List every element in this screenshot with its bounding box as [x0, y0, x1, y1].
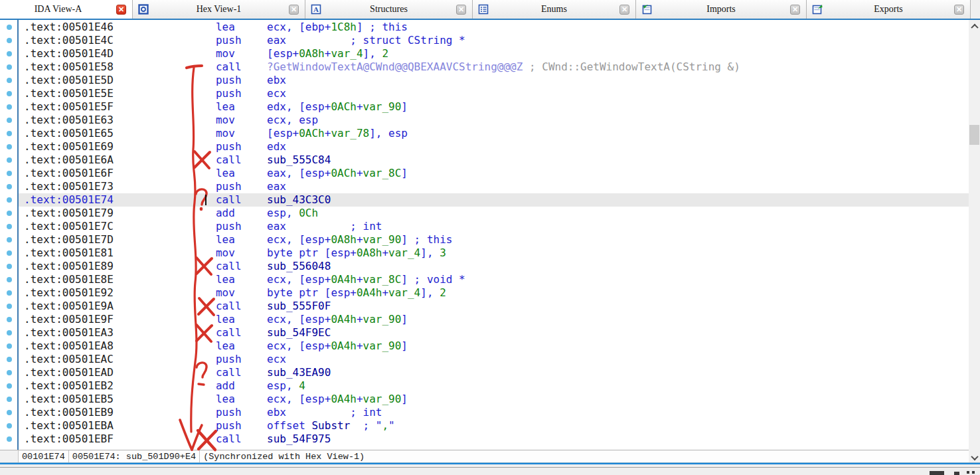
disasm-row[interactable]: .text:00501E69 push edx	[19, 140, 969, 153]
close-icon[interactable]: ✕	[289, 5, 299, 15]
ida-window: IDA View-A ✕ Hex View-1 ✕ A Structures ✕	[0, 0, 980, 475]
vertical-scrollbar[interactable]	[969, 20, 980, 464]
disasm-row[interactable]: .text:00501EAC push ecx	[19, 353, 969, 366]
tab-exports[interactable]: Exports ✕	[807, 0, 971, 19]
instruction-dot-icon	[7, 237, 12, 242]
disasm-address: .text:00501EB9	[24, 406, 114, 419]
disasm-segment-ins: call	[114, 193, 267, 206]
close-icon[interactable]: ✕	[116, 5, 126, 15]
tab-ida-view-a[interactable]: IDA View-A ✕	[0, 0, 133, 19]
disasm-row[interactable]: .text:00501E79 add esp, 0Ch	[19, 207, 969, 220]
disassembly-listing[interactable]: .text:00501E46 lea ecx, [ebp+1C8h] ; thi…	[19, 20, 969, 450]
scroll-up-button[interactable]	[969, 20, 980, 33]
disasm-row[interactable]: .text:00501E6F lea eax, [esp+0ACh+var_8C…	[19, 167, 969, 180]
instruction-dot-icon	[7, 184, 12, 189]
disasm-segment-ins: ecx, [esp+	[267, 339, 331, 352]
disasm-segment-num: var_90	[363, 313, 402, 326]
disasm-segment-name: sub_555F0F	[267, 300, 331, 312]
disasm-segment-ins: eax, [esp+	[267, 167, 331, 179]
disasm-segment-cmt: ; int	[286, 406, 382, 419]
instruction-dot-icon	[7, 370, 12, 375]
tab-structures[interactable]: A Structures ✕	[305, 0, 473, 19]
tab-label: Structures	[321, 4, 456, 15]
disasm-segment-ins: mov	[114, 114, 267, 126]
disasm-row[interactable]: .text:00501E46 lea ecx, [ebp+1C8h] ; thi…	[19, 21, 969, 34]
disasm-segment-ins: call	[114, 153, 267, 166]
disasm-segment-ins: ]	[401, 313, 408, 326]
disasm-segment-imp: ?GetWindowTextA@CWnd@@QBEXAAVCString@@@Z	[267, 60, 523, 73]
disasm-address: .text:00501E8E	[24, 273, 114, 286]
disasm-row[interactable]: .text:00501EAD call sub_43EA90	[19, 366, 969, 379]
disasm-segment-num: 0ACh	[299, 127, 325, 140]
disasm-row[interactable]: .text:00501EBF call sub_54F975	[19, 432, 969, 446]
disasm-segment-num: ,	[382, 419, 388, 432]
disasm-row[interactable]: .text:00501EBA push offset Substr ; ","	[19, 419, 969, 432]
disasm-address: .text:00501E46	[24, 21, 114, 33]
disasm-row[interactable]: .text:00501E9F lea ecx, [esp+0A4h+var_90…	[19, 313, 969, 326]
close-icon[interactable]: ✕	[619, 5, 629, 15]
disasm-row[interactable]: .text:00501E4D mov [esp+0A8h+var_4], 2	[19, 47, 969, 60]
disasm-row[interactable]: .text:00501E5F lea edx, [esp+0ACh+var_90…	[19, 100, 969, 114]
disasm-segment-ins: ]	[401, 100, 408, 113]
tab-label: IDA View-A	[0, 4, 116, 15]
disasm-address: .text:00501E7D	[24, 233, 114, 246]
instruction-dot-icon	[7, 25, 12, 30]
disasm-segment-num: var_90	[363, 339, 402, 352]
disasm-address: .text:00501EAD	[24, 366, 114, 379]
disasm-row[interactable]: .text:00501E5E push ecx	[19, 87, 969, 100]
disasm-row[interactable]: .text:00501E9A call sub_555F0F	[19, 300, 969, 313]
disasm-address: .text:00501E73	[24, 180, 114, 193]
scrollbar-thumb[interactable]	[969, 125, 979, 145]
disasm-row[interactable]: .text:00501E6A call sub_555C84	[19, 153, 969, 167]
close-icon[interactable]: ✕	[456, 5, 466, 15]
instruction-dot-icon	[7, 264, 12, 269]
disasm-row[interactable]: .text:00501EB5 lea ecx, [esp+0A4h+var_90…	[19, 393, 969, 406]
disasm-row[interactable]: .text:00501E58 call ?GetWindowTextA@CWnd…	[19, 60, 969, 74]
disasm-segment-cmt: ; void *	[414, 273, 465, 286]
disasm-row[interactable]: .text:00501E92 mov byte ptr [esp+0A4h+va…	[19, 286, 969, 300]
disasm-row[interactable]: .text:00501EB2 add esp, 4	[19, 379, 969, 393]
imports-icon	[641, 4, 652, 15]
close-icon[interactable]: ✕	[790, 5, 800, 15]
disasm-row[interactable]: .text:00501E5D push ebx	[19, 74, 969, 87]
disasm-row[interactable]: .text:00501EA3 call sub_54F9EC	[19, 326, 969, 339]
tab-label: Hex View-1	[149, 4, 289, 15]
disasm-row[interactable]: .text:00501E7C push eax ; int	[19, 220, 969, 233]
tab-enums[interactable]: Enums ✕	[473, 0, 636, 19]
disasm-segment-ins: byte ptr [esp+	[267, 246, 357, 259]
disasm-address: .text:00501E89	[24, 260, 114, 272]
disasm-segment-ins: push	[114, 419, 267, 432]
disasm-row[interactable]: .text:00501EB9 push ebx ; int	[19, 406, 969, 419]
tab-imports[interactable]: Imports ✕	[636, 0, 807, 19]
disasm-address: .text:00501E6F	[24, 167, 114, 179]
disasm-address: .text:00501EB5	[24, 393, 114, 405]
exports-icon	[812, 4, 823, 15]
disasm-address: .text:00501E7C	[24, 220, 114, 233]
disasm-row[interactable]: .text:00501EA8 lea ecx, [esp+0A4h+var_90…	[19, 339, 969, 353]
disasm-row[interactable]: .text:00501E63 mov ecx, esp	[19, 114, 969, 127]
disasm-row[interactable]: .text:00501E7D lea ecx, [esp+0A8h+var_90…	[19, 233, 969, 246]
line-marker-margin	[0, 20, 17, 450]
disasm-address: .text:00501E58	[24, 60, 114, 73]
instruction-dot-icon	[7, 157, 12, 163]
instruction-dot-icon	[7, 290, 12, 296]
disasm-row[interactable]: .text:00501E81 mov byte ptr [esp+0A8h+va…	[19, 246, 969, 260]
disasm-segment-ins: +	[357, 273, 363, 286]
tab-hex-view-1[interactable]: Hex View-1 ✕	[133, 0, 305, 19]
disasm-address: .text:00501E4C	[24, 34, 114, 47]
disasm-row[interactable]: .text:00501E8E lea ecx, [esp+0A4h+var_8C…	[19, 273, 969, 286]
disasm-segment-ins: call	[114, 366, 267, 379]
disasm-row[interactable]: .text:00501E73 push eax	[19, 180, 969, 193]
close-icon[interactable]: ✕	[954, 5, 964, 15]
disasm-row[interactable]: .text:00501E4C push eax ; struct CString…	[19, 34, 969, 47]
disasm-row[interactable]: .text:00501E65 mov [esp+0ACh+var_78], es…	[19, 127, 969, 140]
disasm-row[interactable]: .text:00501E89 call sub_556048	[19, 260, 969, 273]
disasm-address: .text:00501E9F	[24, 313, 114, 326]
instruction-dot-icon	[7, 383, 12, 389]
disasm-segment-num: var_8C	[363, 167, 402, 179]
disasm-row[interactable]: .text:00501E74 call sub_43C3C0	[19, 193, 969, 207]
disasm-segment-ins: push	[114, 74, 267, 86]
disasm-address: .text:00501E4D	[24, 47, 114, 60]
disasm-segment-num: 4	[299, 379, 305, 392]
disasm-segment-num: var_78	[331, 127, 369, 140]
